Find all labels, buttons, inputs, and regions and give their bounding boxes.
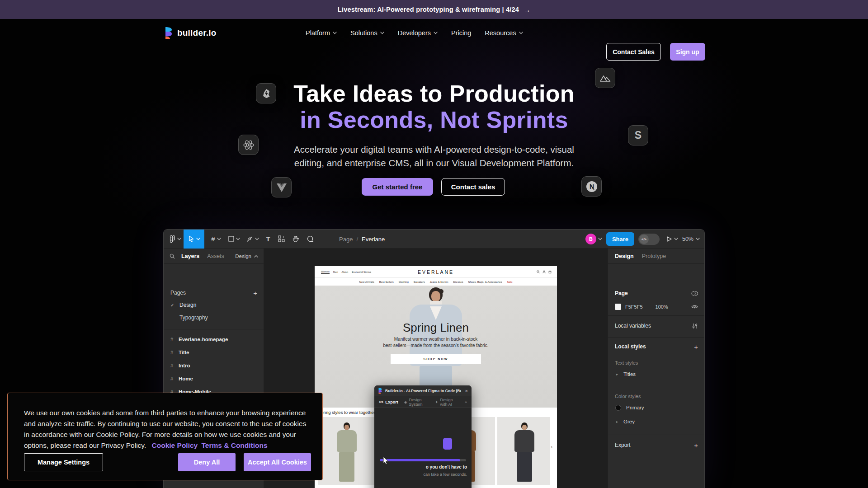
plugin-titlebar[interactable]: Builder.io - AI-Powered Figma to Code (R… xyxy=(374,385,472,396)
account-icon[interactable] xyxy=(542,270,546,273)
add-page-button[interactable]: + xyxy=(253,289,257,297)
text-styles-label: Text styles xyxy=(615,358,638,366)
local-variables-row[interactable]: Local variables xyxy=(608,320,704,332)
color-swatch[interactable] xyxy=(615,304,621,310)
category-link[interactable]: New Arrivals xyxy=(359,281,374,283)
category-link[interactable]: Best Sellers xyxy=(379,281,394,283)
tab-assets[interactable]: Assets xyxy=(207,253,224,259)
local-styles-row: Local styles + xyxy=(608,341,704,352)
bag-icon[interactable] xyxy=(548,270,552,273)
dev-mode-toggle[interactable]: </> xyxy=(638,234,660,245)
category-link[interactable]: Clothing xyxy=(399,281,409,283)
signup-button[interactable]: Sign up xyxy=(670,43,705,61)
hero-title-line1: Take Ideas to Production xyxy=(0,80,868,107)
page-color-opacity[interactable]: 100% xyxy=(656,304,668,310)
triangle-right-icon[interactable]: ▸ xyxy=(616,420,618,424)
category-link[interactable]: Shoes, Bags, & Accessories xyxy=(468,281,502,283)
zoom-level-control[interactable]: 50% xyxy=(682,236,700,242)
share-button[interactable]: Share xyxy=(606,232,634,246)
plugin-tabs: </> Export ◈ Design System ✦ Design with… xyxy=(374,396,472,408)
page-background-row[interactable]: F5F5F5 100% xyxy=(608,302,704,312)
frame-row-everlane-homepage[interactable]: # Everlane-homepage xyxy=(164,333,264,346)
user-avatar[interactable]: B xyxy=(585,234,596,244)
manage-settings-button[interactable]: Manage Settings xyxy=(24,453,103,471)
chevron-down-icon[interactable] xyxy=(598,238,602,240)
add-style-button[interactable]: + xyxy=(694,343,698,351)
color-style-grey-row[interactable]: ▸ Grey xyxy=(608,416,704,427)
hand-tool-button[interactable] xyxy=(288,230,303,249)
comment-icon xyxy=(307,235,314,242)
nav-item-resources[interactable]: Resources xyxy=(485,29,523,37)
product-card[interactable] xyxy=(497,417,550,485)
plugin-tab-design-with-ai[interactable]: ✦ Design with AI xyxy=(435,398,459,407)
frame-tool-button[interactable]: # xyxy=(207,230,225,249)
tab-layers[interactable]: Layers xyxy=(181,253,199,259)
breadcrumb-page-name[interactable]: Everlane xyxy=(362,236,385,243)
plugin-tab-export[interactable]: </> Export xyxy=(379,400,398,404)
tab-design[interactable]: Design xyxy=(615,253,634,259)
contact-sales-button[interactable]: Contact Sales xyxy=(606,43,661,61)
page-selector-dropdown[interactable]: Design xyxy=(235,253,251,259)
category-link[interactable]: Sweaters xyxy=(414,281,425,283)
shop-now-button[interactable]: SHOP NOW xyxy=(391,354,481,364)
category-link[interactable]: Jeans & Denim xyxy=(430,281,448,283)
chevron-down-icon xyxy=(196,238,200,240)
chevron-up-icon[interactable] xyxy=(254,255,258,258)
pen-tool-button[interactable] xyxy=(243,230,262,249)
tab-prototype[interactable]: Prototype xyxy=(642,253,666,259)
page-color-hex[interactable]: F5F5F5 xyxy=(625,304,643,310)
deny-all-button[interactable]: Deny All xyxy=(178,453,236,471)
breadcrumb-section[interactable]: Page xyxy=(339,236,353,243)
page-row-typography[interactable]: Typography xyxy=(164,312,264,324)
category-link[interactable]: Dresses xyxy=(453,281,463,283)
search-icon[interactable] xyxy=(170,253,175,259)
present-control[interactable] xyxy=(666,236,678,242)
everlane-nav-about[interactable]: About xyxy=(342,271,348,273)
chevron-down-icon xyxy=(333,32,337,34)
comment-tool-button[interactable] xyxy=(303,230,317,249)
adjustments-icon[interactable] xyxy=(692,323,698,329)
close-icon[interactable]: × xyxy=(465,388,468,394)
more-tabs-icon[interactable]: » xyxy=(465,400,467,404)
text-style-titles-row[interactable]: ▸ Titles xyxy=(608,369,704,380)
frame-row-intro[interactable]: # Intro xyxy=(164,359,264,372)
chevron-down-icon xyxy=(696,238,700,240)
move-tool-button[interactable] xyxy=(184,230,204,249)
everlane-nav-women[interactable]: Women xyxy=(321,270,330,274)
shape-tool-button[interactable] xyxy=(225,230,243,249)
eye-icon[interactable] xyxy=(691,305,698,309)
category-link-sale[interactable]: Sale xyxy=(507,281,513,283)
frame-row-home[interactable]: # Home xyxy=(164,372,264,385)
nav-item-developers[interactable]: Developers xyxy=(398,29,438,37)
plugin-status-line2: can take a few seconds. xyxy=(383,472,467,477)
main-menu-button[interactable] xyxy=(167,230,184,249)
variables-icon[interactable] xyxy=(691,291,698,296)
accept-all-cookies-button[interactable]: Accept All Cookies xyxy=(244,453,311,471)
plugin-tab-design-system[interactable]: ◈ Design System xyxy=(404,398,429,407)
cookie-policy-link[interactable]: Cookie Policy xyxy=(152,441,198,449)
carousel-next-arrow[interactable]: › xyxy=(551,443,552,450)
code-icon: </> xyxy=(379,400,383,404)
frame-icon: # xyxy=(170,376,179,381)
nav-item-pricing[interactable]: Pricing xyxy=(451,29,471,37)
figma-menu-icon xyxy=(170,235,175,243)
color-style-primary-row[interactable]: Primary xyxy=(608,402,704,413)
everlane-nav-stories[interactable]: Everworld Stories xyxy=(352,271,371,273)
triangle-right-icon[interactable]: ▸ xyxy=(616,372,618,376)
nav-item-solutions[interactable]: Solutions xyxy=(350,29,384,37)
terms-conditions-link[interactable]: Terms & Conditions xyxy=(202,441,268,449)
chevron-down-icon xyxy=(177,238,181,240)
components-tool-button[interactable] xyxy=(274,230,288,249)
contact-sales-hero-button[interactable]: Contact sales xyxy=(441,178,505,196)
everlane-nav-men[interactable]: Men xyxy=(333,271,338,273)
livestream-banner[interactable]: Livestream: AI-Powered prototyping & wir… xyxy=(0,0,868,19)
search-icon[interactable] xyxy=(537,270,540,273)
text-tool-button[interactable]: T xyxy=(262,230,274,249)
product-card[interactable] xyxy=(318,417,376,485)
get-started-button[interactable]: Get started free xyxy=(362,178,433,196)
page-row-design[interactable]: ✓ Design xyxy=(164,299,264,311)
frame-row-title[interactable]: # Title xyxy=(164,346,264,359)
nav-item-platform[interactable]: Platform xyxy=(306,29,337,37)
brand-logo[interactable]: builder.io xyxy=(164,19,216,47)
add-export-button[interactable]: + xyxy=(694,441,698,449)
